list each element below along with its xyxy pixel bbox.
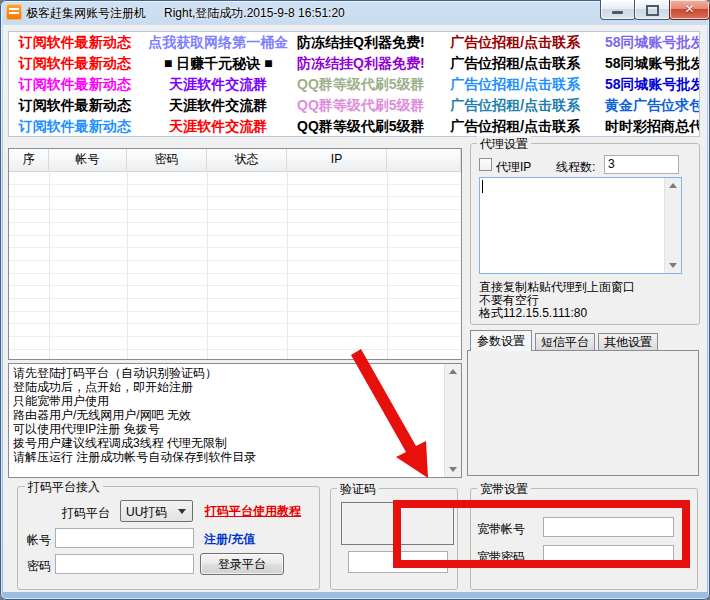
- app-icon: [6, 4, 22, 20]
- log-scrollbar[interactable]: [444, 364, 461, 477]
- table-grid-line: [9, 247, 461, 248]
- log-line: 请先登陆打码平台（自动识别验证码）: [13, 366, 441, 380]
- close-icon: ✕: [670, 2, 709, 16]
- platform-label: 打码平台: [62, 505, 110, 522]
- dm-account-input[interactable]: [55, 528, 194, 548]
- broadband-group-label: 宽带设置: [477, 481, 531, 498]
- table-header-cell[interactable]: 序: [9, 149, 49, 171]
- proxy-ip-checkbox[interactable]: [479, 158, 492, 171]
- promo-link[interactable]: 订阅软件最新动态: [9, 55, 141, 73]
- log-textbox[interactable]: 请先登陆打码平台（自动识别验证码）登陆成功后，点开始，即开始注册只能宽带用户使用…: [8, 363, 462, 478]
- promo-link-row: 订阅软件最新动态点我获取网络第一桶金防冻结挂Q利器免费!广告位招租/点击联系58…: [9, 32, 699, 53]
- table-header-row: 序帐号密码状态IP: [9, 149, 461, 172]
- promo-link[interactable]: 广告位招租/点击联系: [426, 97, 605, 115]
- proxy-scrollbar[interactable]: [664, 178, 681, 273]
- promo-link[interactable]: QQ群等级代刷5级群: [296, 97, 426, 115]
- table-grid-line: [9, 336, 461, 337]
- log-line: 只能宽带用户使用: [13, 394, 441, 408]
- table-grid-line: [9, 285, 461, 286]
- dm-password-input[interactable]: [55, 554, 194, 574]
- app-title: 极客赶集网账号注册机: [26, 6, 146, 20]
- tab-param-settings[interactable]: 参数设置: [470, 330, 532, 351]
- table-grid-line: [127, 171, 128, 359]
- table-grid-line: [9, 323, 461, 324]
- table-header-cell[interactable]: 帐号: [49, 149, 127, 171]
- promo-link[interactable]: 时时彩招商总代: [605, 118, 699, 136]
- threads-label: 线程数:: [556, 159, 595, 176]
- log-line: 拨号用户建议线程调成3线程 代理无限制: [13, 436, 441, 450]
- tab-sms-platform[interactable]: 短信平台: [535, 333, 595, 351]
- promo-links-panel: 订阅软件最新动态点我获取网络第一桶金防冻结挂Q利器免费!广告位招租/点击联系58…: [8, 31, 700, 137]
- scroll-down-icon[interactable]: [449, 467, 457, 472]
- log-line: 可以使用代理IP注册 免拨号: [13, 422, 441, 436]
- table-grid-line: [287, 171, 288, 359]
- promo-link-row: 订阅软件最新动态天涯软件交流群QQ群等级代刷5级群广告位招租/点击联系58同城账…: [9, 74, 699, 95]
- scroll-up-icon[interactable]: [449, 369, 457, 374]
- log-line: 登陆成功后，点开始，即开始注册: [13, 380, 441, 394]
- table-grid-line: [9, 222, 461, 223]
- promo-link[interactable]: 广告位招租/点击联系: [426, 76, 605, 94]
- accounts-table[interactable]: 序帐号密码状态IP: [8, 148, 462, 360]
- promo-link[interactable]: 58同城账号批发: [605, 76, 699, 94]
- promo-link[interactable]: 天涯软件交流群: [141, 97, 296, 115]
- proxy-hint-3: 格式112.15.5.111:80: [479, 307, 587, 320]
- tab-other-settings[interactable]: 其他设置: [598, 333, 658, 351]
- promo-link[interactable]: ■ 日赚千元秘诀 ■: [141, 55, 296, 73]
- promo-link[interactable]: 58同城账号批发: [605, 34, 699, 52]
- table-grid-line: [9, 196, 461, 197]
- platform-dropdown-value: UU打码: [126, 504, 167, 521]
- maximize-button[interactable]: [634, 0, 671, 20]
- promo-link[interactable]: 天涯软件交流群: [141, 76, 296, 94]
- table-grid-line: [9, 349, 461, 350]
- table-header-cell[interactable]: 状态: [207, 149, 287, 171]
- table-grid-line: [207, 171, 208, 359]
- promo-link[interactable]: 订阅软件最新动态: [9, 97, 141, 115]
- platform-dropdown[interactable]: UU打码: [120, 500, 193, 522]
- table-header-cell[interactable]: [387, 149, 461, 171]
- dm-password-label: 密码: [27, 558, 51, 575]
- promo-link[interactable]: 黄金广告位求包养: [605, 97, 699, 115]
- promo-link[interactable]: 58同城账号批发: [605, 55, 699, 73]
- login-status-text: Right,登陆成功.2015-9-8 16:51:20: [164, 6, 345, 20]
- captcha-group-label: 验证码: [337, 481, 379, 498]
- promo-link[interactable]: 防冻结挂Q利器免费!: [296, 55, 426, 73]
- promo-link[interactable]: 点我获取网络第一桶金: [141, 34, 296, 52]
- threads-input[interactable]: 3: [604, 155, 679, 174]
- tab-content-pane: [467, 350, 699, 476]
- log-line: 请解压运行 注册成功帐号自动保存到软件目录: [13, 450, 441, 464]
- table-grid-line: [9, 260, 461, 261]
- app-window: 极客赶集网账号注册机Right,登陆成功.2015-9-8 16:51:20 ✕…: [0, 0, 710, 600]
- promo-link[interactable]: QQ群等级代刷5级群: [296, 76, 426, 94]
- promo-link[interactable]: 防冻结挂Q利器免费!: [296, 34, 426, 52]
- promo-link[interactable]: 广告位招租/点击联系: [426, 55, 605, 73]
- scroll-up-icon[interactable]: [669, 183, 677, 188]
- table-grid-line: [387, 171, 388, 359]
- promo-link[interactable]: 订阅软件最新动态: [9, 76, 141, 94]
- annotation-rectangle: [393, 500, 690, 568]
- table-header-cell[interactable]: IP: [287, 149, 387, 171]
- captcha-platform-group-label: 打码平台接入: [25, 479, 103, 496]
- table-grid-line: [9, 209, 461, 210]
- proxy-list-textarea[interactable]: [479, 177, 682, 274]
- close-button[interactable]: ✕: [669, 0, 710, 20]
- promo-link[interactable]: QQ群等级代刷5级群: [296, 118, 426, 136]
- tutorial-link[interactable]: 打码平台使用教程: [205, 503, 301, 520]
- table-header-cell[interactable]: 密码: [127, 149, 207, 171]
- minimize-button[interactable]: [600, 0, 636, 20]
- promo-link[interactable]: 订阅软件最新动态: [9, 34, 141, 52]
- promo-link[interactable]: 天涯软件交流群: [141, 118, 296, 136]
- table-grid-line: [9, 184, 461, 185]
- scroll-down-icon[interactable]: [669, 263, 677, 268]
- table-grid-line: [9, 298, 461, 299]
- promo-link[interactable]: 订阅软件最新动态: [9, 118, 141, 136]
- dm-account-label: 帐号: [27, 532, 51, 549]
- promo-link[interactable]: 广告位招租/点击联系: [426, 118, 605, 136]
- title-bar[interactable]: 极客赶集网账号注册机Right,登陆成功.2015-9-8 16:51:20 ✕: [0, 0, 710, 25]
- promo-link-row: 订阅软件最新动态■ 日赚千元秘诀 ■防冻结挂Q利器免费!广告位招租/点击联系58…: [9, 53, 699, 74]
- register-recharge-link[interactable]: 注册/充值: [204, 531, 255, 548]
- login-platform-button[interactable]: 登录平台: [200, 553, 284, 575]
- log-lines: 请先登陆打码平台（自动识别验证码）登陆成功后，点开始，即开始注册只能宽带用户使用…: [13, 366, 441, 464]
- promo-link[interactable]: 广告位招租/点击联系: [426, 34, 605, 52]
- promo-link-row: 订阅软件最新动态天涯软件交流群QQ群等级代刷5级群广告位招租/点击联系时时彩招商…: [9, 116, 699, 137]
- window-title: 极客赶集网账号注册机Right,登陆成功.2015-9-8 16:51:20: [26, 5, 345, 22]
